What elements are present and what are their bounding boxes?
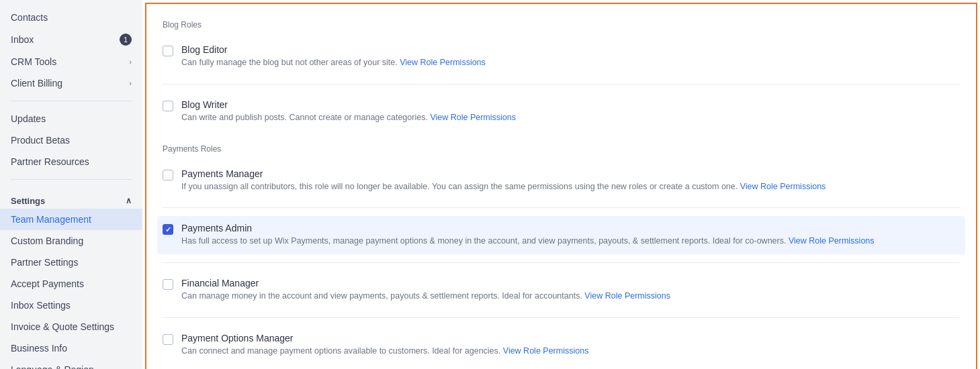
blog-editor-title: Blog Editor xyxy=(181,44,960,55)
blog-editor-desc: Can fully manage the blog but not other … xyxy=(181,56,960,69)
blog-writer-view-permissions[interactable]: View Role Permissions xyxy=(430,113,516,122)
role-item-payments-admin: Payments Admin Has full access to set up… xyxy=(157,216,965,254)
role-item-payments-manager: Payments Manager If you unassign all con… xyxy=(163,162,960,200)
payments-manager-checkbox[interactable] xyxy=(163,170,173,180)
sidebar-item-label: Business Info xyxy=(11,343,67,354)
payments-roles-section-label: Payments Roles xyxy=(163,144,960,154)
financial-manager-checkbox[interactable] xyxy=(163,279,173,290)
role-item-blog-editor: Blog Editor Can fully manage the blog bu… xyxy=(163,38,960,76)
sidebar-item-language-region[interactable]: Language & Region xyxy=(0,359,142,369)
blog-editor-view-permissions[interactable]: View Role Permissions xyxy=(400,58,486,67)
sidebar-item-label: Partner Resources xyxy=(11,156,89,167)
financial-manager-view-permissions[interactable]: View Role Permissions xyxy=(584,291,670,301)
settings-section-header: Settings ∧ xyxy=(0,187,142,209)
payment-options-manager-checkbox[interactable] xyxy=(163,334,173,345)
content-panel: Blog Roles Blog Editor Can fully manage … xyxy=(145,3,977,369)
sidebar-item-partner-settings[interactable]: Partner Settings xyxy=(0,252,142,273)
payments-manager-desc: If you unassign all contributors, this r… xyxy=(181,180,960,193)
financial-manager-desc: Can manage money in the account and view… xyxy=(181,290,960,303)
sidebar-item-label: Product Betas xyxy=(11,135,70,146)
sidebar-item-invoice-quote-settings[interactable]: Invoice & Quote Settings xyxy=(0,316,142,337)
sidebar-item-product-betas[interactable]: Product Betas xyxy=(0,129,142,151)
payment-options-manager-desc: Can connect and manage payment options a… xyxy=(181,345,960,358)
blog-writer-checkbox[interactable] xyxy=(163,101,173,111)
sidebar-item-inbox[interactable]: Inbox 1 xyxy=(0,28,142,51)
sidebar-item-partner-resources[interactable]: Partner Resources xyxy=(0,151,142,172)
sidebar-badge: 1 xyxy=(120,34,132,46)
sidebar-item-team-management[interactable]: Team Management xyxy=(0,209,142,230)
sidebar-item-updates[interactable]: Updates xyxy=(0,108,142,129)
payments-roles-section: Payments Roles Payments Manager If you u… xyxy=(163,144,960,364)
checkbox-unchecked[interactable] xyxy=(163,279,173,290)
blog-editor-checkbox[interactable] xyxy=(163,46,173,56)
sidebar-item-label: Inbox xyxy=(11,34,34,45)
sidebar-divider-2 xyxy=(11,179,132,180)
payments-admin-checkbox[interactable] xyxy=(163,224,173,235)
sidebar-item-label: CRM Tools xyxy=(11,56,56,67)
chevron-right-icon: › xyxy=(129,58,132,66)
payments-admin-view-permissions[interactable]: View Role Permissions xyxy=(789,236,875,246)
payments-manager-title: Payments Manager xyxy=(181,168,960,179)
sidebar-item-crm-tools[interactable]: CRM Tools › xyxy=(0,51,142,72)
sidebar: Contacts Inbox 1 CRM Tools › Client Bill… xyxy=(0,0,142,369)
checkbox-checked[interactable] xyxy=(163,224,173,235)
role-item-blog-writer: Blog Writer Can write and publish posts.… xyxy=(163,93,960,131)
role-item-payment-options-manager: Payment Options Manager Can connect and … xyxy=(163,326,960,364)
sidebar-item-label: Contacts xyxy=(11,12,48,23)
role-item-financial-manager: Financial Manager Can manage money in th… xyxy=(163,271,960,309)
divider xyxy=(163,207,960,208)
sidebar-item-label: Accept Payments xyxy=(11,278,84,289)
payments-admin-title: Payments Admin xyxy=(181,223,960,233)
payment-options-manager-title: Payment Options Manager xyxy=(181,333,960,344)
financial-manager-title: Financial Manager xyxy=(181,278,960,288)
checkbox-unchecked[interactable] xyxy=(163,46,173,56)
checkbox-unchecked[interactable] xyxy=(163,334,173,345)
sidebar-divider xyxy=(11,101,132,101)
sidebar-item-client-billing[interactable]: Client Billing › xyxy=(0,72,142,94)
chevron-up-icon: ∧ xyxy=(126,196,132,205)
checkbox-unchecked[interactable] xyxy=(163,170,173,180)
sidebar-item-label: Client Billing xyxy=(11,78,62,89)
payments-admin-desc: Has full access to set up Wix Payments, … xyxy=(181,235,960,248)
blog-writer-title: Blog Writer xyxy=(181,99,960,110)
sidebar-item-label: Custom Branding xyxy=(11,235,83,246)
blog-roles-section-label: Blog Roles xyxy=(163,20,960,30)
main-content: Blog Roles Blog Editor Can fully manage … xyxy=(142,0,980,369)
divider xyxy=(163,317,960,318)
sidebar-item-label: Language & Region xyxy=(11,364,94,369)
sidebar-item-business-info[interactable]: Business Info xyxy=(0,337,142,359)
sidebar-item-label: Updates xyxy=(11,113,46,124)
payment-options-manager-view-permissions[interactable]: View Role Permissions xyxy=(503,346,589,356)
divider xyxy=(163,262,960,263)
chevron-right-icon: › xyxy=(129,79,132,87)
sidebar-item-contacts[interactable]: Contacts xyxy=(0,7,142,28)
checkbox-unchecked[interactable] xyxy=(163,101,173,111)
sidebar-item-label: Inbox Settings xyxy=(11,300,71,311)
sidebar-item-accept-payments[interactable]: Accept Payments xyxy=(0,273,142,295)
sidebar-item-label: Team Management xyxy=(11,214,91,225)
sidebar-item-custom-branding[interactable]: Custom Branding xyxy=(0,230,142,252)
payments-manager-view-permissions[interactable]: View Role Permissions xyxy=(740,182,826,191)
sidebar-item-label: Invoice & Quote Settings xyxy=(11,321,114,332)
sidebar-item-inbox-settings[interactable]: Inbox Settings xyxy=(0,295,142,316)
divider xyxy=(163,84,960,85)
blog-writer-desc: Can write and publish posts. Cannot crea… xyxy=(181,111,960,124)
sidebar-item-label: Partner Settings xyxy=(11,257,78,268)
